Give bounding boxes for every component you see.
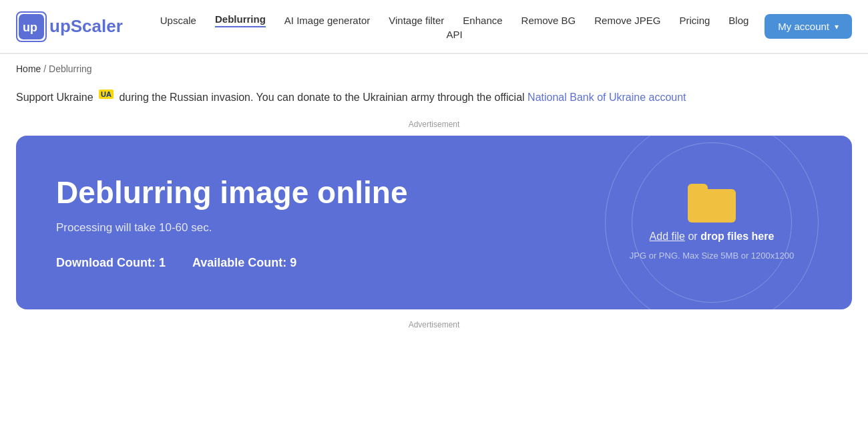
- nav-upscale[interactable]: Upscale: [160, 15, 196, 26]
- nav-ai-image-generator[interactable]: AI Image generator: [284, 15, 370, 26]
- drop-files-text: drop files here: [700, 231, 774, 242]
- nav-blog[interactable]: Blog: [728, 15, 748, 26]
- nav-deblurring[interactable]: Deblurring: [215, 13, 266, 27]
- breadcrumb-current: Deblurring: [49, 63, 92, 74]
- logo-text: upScaler: [49, 16, 123, 37]
- advertisement-top-label: Advertisement: [0, 117, 868, 132]
- download-count: Download Count: 1: [56, 256, 166, 270]
- chevron-down-icon: ▾: [835, 22, 839, 31]
- nav-enhance[interactable]: Enhance: [463, 15, 502, 26]
- card-stats: Download Count: 1 Available Count: 9: [56, 256, 538, 270]
- upload-or-word: or: [688, 231, 697, 242]
- upload-hint: JPG or PNG. Max Size 5MB or 1200x1200: [630, 251, 794, 261]
- svg-text:up: up: [23, 21, 37, 34]
- my-account-button[interactable]: My account ▾: [765, 14, 852, 39]
- upload-zone[interactable]: Add file or drop files here JPG or PNG. …: [630, 184, 794, 261]
- ukraine-text-before: Support Ukraine: [16, 92, 93, 103]
- upload-text: Add file or drop files here: [650, 231, 775, 243]
- my-account-label: My account: [778, 21, 829, 32]
- card-left: Deblurring image online Processing will …: [16, 136, 572, 309]
- breadcrumb-home[interactable]: Home: [16, 63, 41, 74]
- available-count: Available Count: 9: [192, 256, 296, 270]
- folder-icon: [688, 184, 736, 223]
- advertisement-bottom-label: Advertisement: [0, 309, 868, 335]
- folder-body: [688, 189, 736, 223]
- main-nav: Upscale Deblurring AI Image generator Vi…: [144, 13, 765, 40]
- card-subtitle: Processing will take 10-60 sec.: [56, 221, 538, 235]
- ukraine-text-middle: during the Russian invasion. You can don…: [119, 92, 524, 103]
- nav-row-primary: Upscale Deblurring AI Image generator Vi…: [160, 13, 749, 27]
- card-title: Deblurring image online: [56, 175, 538, 210]
- breadcrumb-separator: /: [43, 63, 46, 74]
- nav-pricing[interactable]: Pricing: [679, 15, 710, 26]
- logo-icon: up: [16, 11, 47, 42]
- nav-api[interactable]: API: [446, 29, 462, 40]
- ua-badge: UA: [99, 90, 114, 99]
- nav-row-secondary: API: [446, 29, 462, 40]
- ukraine-notice: Support Ukraine UA during the Russian in…: [0, 84, 868, 117]
- nav-remove-bg[interactable]: Remove BG: [521, 15, 576, 26]
- ukraine-donation-link[interactable]: National Bank of Ukraine account: [527, 92, 686, 103]
- add-file-text[interactable]: Add file: [650, 231, 685, 242]
- card-right: Add file or drop files here JPG or PNG. …: [572, 136, 852, 309]
- logo[interactable]: up upScaler: [16, 11, 123, 42]
- breadcrumb: Home / Deblurring: [0, 54, 868, 84]
- nav-vintage-filter[interactable]: Vintage filter: [389, 15, 444, 26]
- nav-remove-jpeg[interactable]: Remove JPEG: [594, 15, 660, 26]
- header: up upScaler Upscale Deblurring AI Image …: [0, 0, 868, 53]
- main-card: Deblurring image online Processing will …: [16, 136, 852, 309]
